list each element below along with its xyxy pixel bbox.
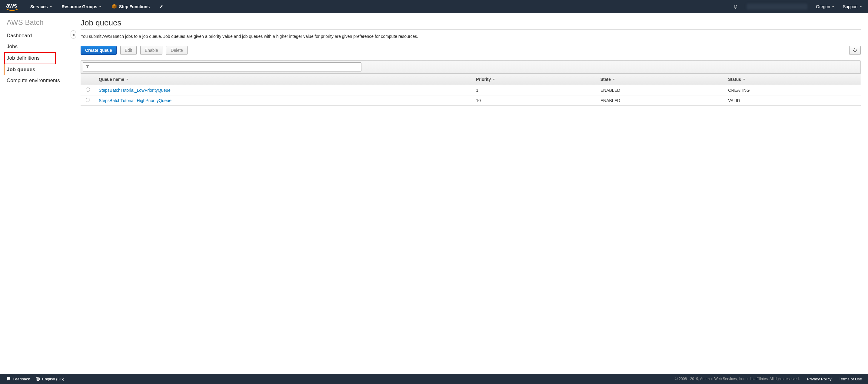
- edit-button[interactable]: Edit: [120, 46, 137, 55]
- chevron-down-icon: [860, 6, 862, 7]
- chevron-down-icon: [50, 6, 52, 7]
- delete-button[interactable]: Delete: [166, 46, 187, 55]
- col-priority-label: Priority: [476, 77, 491, 82]
- col-status[interactable]: Status: [724, 74, 861, 85]
- page-title: Job queues: [81, 18, 861, 28]
- notifications-icon[interactable]: [733, 4, 738, 10]
- cell-priority: 1: [472, 85, 597, 95]
- support-label: Support: [843, 4, 858, 9]
- sidebar-item-job-definitions[interactable]: Job definitions: [4, 52, 56, 64]
- divider: [81, 29, 861, 30]
- col-state-label: State: [600, 77, 611, 82]
- col-queue-name-label: Queue name: [99, 77, 124, 82]
- cell-state: ENABLED: [597, 95, 725, 106]
- step-functions-label: Step Functions: [119, 4, 150, 9]
- sort-icon: [613, 79, 615, 80]
- sort-icon: [493, 79, 495, 80]
- feedback-link[interactable]: Feedback: [6, 377, 30, 381]
- aws-logo[interactable]: aws: [6, 2, 18, 11]
- col-queue-name[interactable]: Queue name: [95, 74, 472, 85]
- terms-link[interactable]: Terms of Use: [839, 377, 862, 381]
- create-queue-button[interactable]: Create queue: [81, 46, 117, 55]
- row-radio[interactable]: [86, 98, 90, 102]
- services-label: Services: [30, 4, 48, 9]
- cell-state: ENABLED: [597, 85, 725, 95]
- footer: Feedback English (US) © 2008 - 2019, Ama…: [0, 374, 868, 384]
- table-row[interactable]: StepsBatchTutorial_LowPriorityQueue1ENAB…: [81, 85, 861, 95]
- main-content: Job queues You submit AWS Batch jobs to …: [73, 13, 868, 374]
- speech-bubble-icon: [6, 377, 11, 381]
- table-row[interactable]: StepsBatchTutorial_HighPriorityQueue10EN…: [81, 95, 861, 106]
- queue-name-link[interactable]: StepsBatchTutorial_LowPriorityQueue: [99, 88, 170, 93]
- services-menu[interactable]: Services: [30, 4, 52, 9]
- resource-groups-menu[interactable]: Resource Groups: [62, 4, 101, 9]
- topnav-menu: Services Resource Groups Step Functions: [30, 3, 733, 10]
- col-priority[interactable]: Priority: [472, 74, 597, 85]
- feedback-label: Feedback: [13, 377, 30, 381]
- globe-icon: [35, 377, 40, 381]
- row-radio[interactable]: [86, 88, 90, 92]
- refresh-button[interactable]: [849, 46, 861, 55]
- page-description: You submit AWS Batch jobs to a job queue…: [81, 33, 861, 40]
- refresh-icon: [852, 48, 858, 53]
- sidebar-item-jobs[interactable]: Jobs: [7, 41, 73, 52]
- sidebar-title: AWS Batch: [7, 18, 73, 27]
- pin-icon[interactable]: [159, 4, 164, 9]
- cell-status: CREATING: [724, 85, 861, 95]
- cell-queue-name: StepsBatchTutorial_HighPriorityQueue: [95, 95, 472, 106]
- step-functions-shortcut[interactable]: Step Functions: [111, 3, 150, 10]
- cell-queue-name: StepsBatchTutorial_LowPriorityQueue: [95, 85, 472, 95]
- sidebar-collapse-handle[interactable]: ◀: [70, 30, 76, 39]
- sort-icon: [743, 79, 745, 80]
- region-selector[interactable]: Oregon: [816, 4, 834, 9]
- toolbar: Create queue Edit Enable Delete: [81, 46, 861, 55]
- row-select-cell: [81, 85, 95, 95]
- step-functions-icon: [111, 3, 117, 10]
- sidebar-item-job-queues[interactable]: Job queues: [4, 64, 73, 75]
- job-queues-table: Queue name Priority State Status StepsBa…: [81, 73, 861, 106]
- topnav-right: Oregon Support: [733, 4, 862, 10]
- sidebar-item-dashboard[interactable]: Dashboard: [7, 30, 73, 41]
- language-selector[interactable]: English (US): [35, 377, 64, 381]
- filter-input[interactable]: [92, 64, 359, 69]
- chevron-down-icon: [832, 6, 834, 7]
- enable-button[interactable]: Enable: [140, 46, 163, 55]
- aws-logo-text: aws: [6, 2, 18, 9]
- resource-groups-label: Resource Groups: [62, 4, 97, 9]
- cell-priority: 10: [472, 95, 597, 106]
- region-label: Oregon: [816, 4, 830, 9]
- filter-input-wrap[interactable]: [83, 62, 362, 71]
- language-label: English (US): [42, 377, 64, 381]
- col-state[interactable]: State: [597, 74, 725, 85]
- sidebar: AWS Batch Dashboard Jobs Job definitions…: [0, 13, 73, 374]
- sidebar-item-compute-environments[interactable]: Compute environments: [7, 75, 73, 86]
- top-nav: aws Services Resource Groups Step Functi…: [0, 0, 868, 13]
- account-info[interactable]: [747, 4, 807, 10]
- support-menu[interactable]: Support: [843, 4, 862, 9]
- col-status-label: Status: [728, 77, 741, 82]
- row-select-cell: [81, 95, 95, 106]
- cell-status: VALID: [724, 95, 861, 106]
- filter-bar: [81, 60, 861, 73]
- queue-name-link[interactable]: StepsBatchTutorial_HighPriorityQueue: [99, 98, 172, 103]
- privacy-link[interactable]: Privacy Policy: [807, 377, 832, 381]
- chevron-down-icon: [99, 6, 101, 7]
- sort-icon: [126, 79, 128, 80]
- col-select: [81, 74, 95, 85]
- filter-icon: [86, 64, 90, 70]
- copyright-text: © 2008 - 2019, Amazon Web Services, Inc.…: [675, 377, 800, 381]
